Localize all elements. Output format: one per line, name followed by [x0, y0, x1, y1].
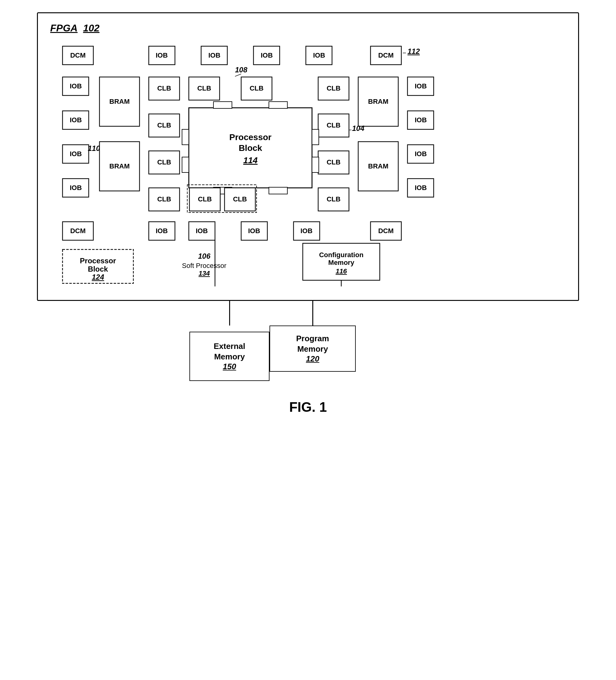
svg-text:124: 124 [92, 273, 104, 281]
ref-108: 108 [235, 65, 248, 74]
svg-text:DCM: DCM [70, 227, 86, 235]
program-memory-label: Program Memory [296, 334, 329, 355]
svg-text:Processor: Processor [80, 257, 116, 265]
svg-text:IOB: IOB [156, 227, 168, 235]
svg-text:IOB: IOB [196, 227, 207, 235]
svg-text:Block: Block [239, 143, 262, 153]
svg-text:Memory: Memory [328, 259, 355, 266]
svg-text:IOB: IOB [69, 82, 82, 90]
svg-text:CLB: CLB [157, 121, 171, 129]
svg-text:IOB: IOB [248, 227, 260, 235]
svg-rect-64 [269, 187, 287, 194]
svg-text:IOB: IOB [300, 227, 312, 235]
svg-text:IOB: IOB [415, 116, 427, 124]
program-memory-box: Program Memory 120 [270, 325, 356, 372]
svg-text:CLB: CLB [157, 195, 171, 203]
ref-106-label: 106 [198, 252, 211, 260]
svg-text:CLB: CLB [327, 158, 340, 166]
svg-text:114: 114 [243, 155, 258, 165]
svg-text:BRAM: BRAM [368, 162, 388, 170]
fpga-box: FPGA 102 DCM IOB IOB IOB IOB [37, 12, 579, 301]
ref-112: 112 [408, 47, 420, 55]
external-memory-label: External Memory [214, 341, 246, 362]
svg-text:116: 116 [336, 267, 347, 275]
svg-text:134: 134 [199, 270, 210, 277]
ref-110: 110 [88, 144, 101, 152]
svg-text:CLB: CLB [327, 121, 340, 129]
svg-text:DCM: DCM [378, 51, 394, 59]
line-to-program [312, 301, 313, 325]
external-memory-box: External Memory 150 [189, 332, 270, 381]
fpga-label: FPGA [50, 23, 78, 34]
svg-rect-68 [312, 157, 319, 172]
program-memory-ref: 120 [306, 354, 319, 364]
svg-text:IOB: IOB [415, 150, 427, 158]
svg-text:CLB: CLB [327, 195, 340, 203]
svg-text:IOB: IOB [313, 51, 325, 59]
svg-rect-67 [312, 129, 319, 145]
svg-text:CLB: CLB [157, 158, 171, 166]
fpga-ref: 102 [83, 23, 100, 34]
svg-text:IOB: IOB [415, 82, 427, 90]
svg-text:Soft Processor: Soft Processor [182, 262, 226, 270]
svg-text:IOB: IOB [69, 116, 82, 124]
svg-rect-62 [269, 102, 287, 108]
svg-text:BRAM: BRAM [368, 97, 388, 105]
svg-text:Configuration: Configuration [319, 251, 363, 259]
fpga-internal-svg: DCM IOB IOB IOB IOB DCM 112 I [50, 40, 568, 286]
svg-text:BRAM: BRAM [109, 97, 130, 105]
svg-text:BRAM: BRAM [109, 162, 130, 170]
external-memory-ref: 150 [223, 362, 236, 371]
svg-rect-66 [182, 157, 189, 172]
ref-104: 104 [352, 124, 364, 133]
svg-text:CLB: CLB [250, 84, 263, 92]
svg-text:IOB: IOB [260, 51, 273, 59]
svg-text:CLB: CLB [233, 195, 247, 203]
svg-text:CLB: CLB [197, 84, 211, 92]
svg-text:IOB: IOB [69, 150, 82, 158]
svg-rect-65 [182, 129, 189, 145]
svg-text:IOB: IOB [415, 184, 427, 192]
svg-rect-61 [214, 102, 232, 108]
svg-text:Block: Block [88, 265, 108, 273]
svg-text:IOB: IOB [156, 51, 168, 59]
figure-label: FIG. 1 [289, 399, 327, 415]
svg-text:CLB: CLB [198, 195, 212, 203]
dcm-topleft: DCM [70, 51, 86, 59]
diagram-container: FPGA 102 DCM IOB IOB IOB IOB [22, 12, 594, 415]
svg-text:IOB: IOB [69, 184, 82, 192]
svg-text:CLB: CLB [327, 84, 340, 92]
svg-text:DCM: DCM [378, 227, 394, 235]
svg-text:Processor: Processor [229, 133, 272, 142]
svg-text:CLB: CLB [157, 84, 171, 92]
svg-text:IOB: IOB [208, 51, 220, 59]
line-to-external [229, 301, 230, 325]
svg-line-87 [235, 74, 241, 76]
fpga-title: FPGA 102 [50, 23, 566, 34]
